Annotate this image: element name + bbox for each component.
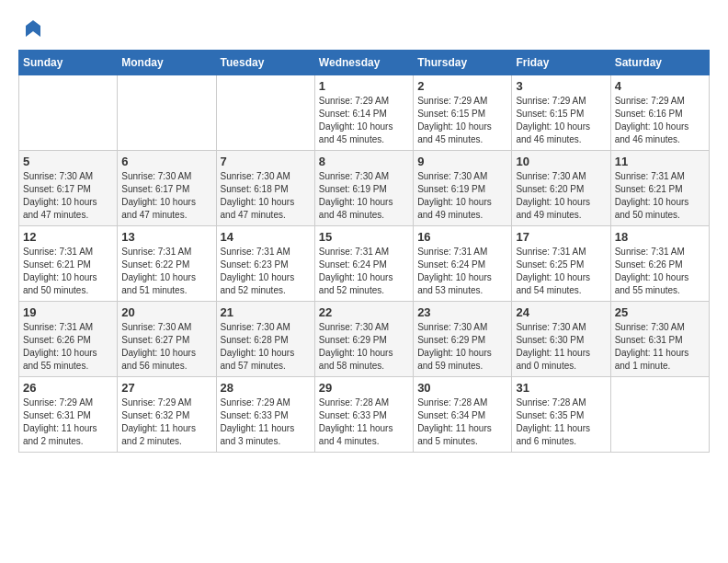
day-info: Sunrise: 7:29 AM Sunset: 6:16 PM Dayligh… xyxy=(615,95,705,146)
day-info: Sunrise: 7:31 AM Sunset: 6:23 PM Dayligh… xyxy=(221,246,311,297)
calendar-cell xyxy=(610,377,709,453)
column-header-tuesday: Tuesday xyxy=(216,51,314,75)
column-header-friday: Friday xyxy=(512,51,610,75)
calendar-week-3: 12Sunrise: 7:31 AM Sunset: 6:21 PM Dayli… xyxy=(19,226,710,302)
day-number: 11 xyxy=(615,155,705,168)
calendar-cell: 1Sunrise: 7:29 AM Sunset: 6:14 PM Daylig… xyxy=(314,75,413,151)
day-number: 3 xyxy=(516,79,606,93)
calendar-cell: 4Sunrise: 7:29 AM Sunset: 6:16 PM Daylig… xyxy=(610,75,709,151)
day-info: Sunrise: 7:29 AM Sunset: 6:14 PM Dayligh… xyxy=(319,95,409,146)
calendar-cell: 10Sunrise: 7:30 AM Sunset: 6:20 PM Dayli… xyxy=(512,151,610,226)
day-number: 27 xyxy=(121,381,211,395)
day-number: 16 xyxy=(417,230,507,244)
day-info: Sunrise: 7:30 AM Sunset: 6:17 PM Dayligh… xyxy=(23,170,113,222)
calendar-cell: 13Sunrise: 7:31 AM Sunset: 6:22 PM Dayli… xyxy=(118,226,216,302)
day-info: Sunrise: 7:28 AM Sunset: 6:35 PM Dayligh… xyxy=(516,396,606,448)
day-number: 20 xyxy=(121,305,211,319)
day-info: Sunrise: 7:31 AM Sunset: 6:21 PM Dayligh… xyxy=(23,246,113,297)
day-number: 4 xyxy=(615,79,705,93)
day-info: Sunrise: 7:28 AM Sunset: 6:34 PM Dayligh… xyxy=(417,396,507,448)
day-info: Sunrise: 7:29 AM Sunset: 6:15 PM Dayligh… xyxy=(417,95,507,146)
day-info: Sunrise: 7:31 AM Sunset: 6:26 PM Dayligh… xyxy=(615,246,705,297)
day-number: 6 xyxy=(121,155,211,168)
day-info: Sunrise: 7:29 AM Sunset: 6:31 PM Dayligh… xyxy=(23,396,113,448)
day-info: Sunrise: 7:30 AM Sunset: 6:19 PM Dayligh… xyxy=(319,170,409,222)
column-header-sunday: Sunday xyxy=(19,51,118,75)
day-info: Sunrise: 7:30 AM Sunset: 6:29 PM Dayligh… xyxy=(319,321,409,373)
calendar-cell: 28Sunrise: 7:29 AM Sunset: 6:33 PM Dayli… xyxy=(216,377,314,453)
day-number: 19 xyxy=(23,305,113,319)
calendar-cell: 31Sunrise: 7:28 AM Sunset: 6:35 PM Dayli… xyxy=(512,377,610,453)
calendar-week-5: 26Sunrise: 7:29 AM Sunset: 6:31 PM Dayli… xyxy=(19,377,710,453)
calendar-cell: 7Sunrise: 7:30 AM Sunset: 6:18 PM Daylig… xyxy=(216,151,314,226)
day-info: Sunrise: 7:31 AM Sunset: 6:26 PM Dayligh… xyxy=(23,321,113,373)
calendar-cell: 17Sunrise: 7:31 AM Sunset: 6:25 PM Dayli… xyxy=(512,226,610,302)
calendar-cell: 9Sunrise: 7:30 AM Sunset: 6:19 PM Daylig… xyxy=(414,151,512,226)
day-number: 15 xyxy=(319,230,409,244)
calendar-week-4: 19Sunrise: 7:31 AM Sunset: 6:26 PM Dayli… xyxy=(19,302,710,377)
calendar-cell xyxy=(19,75,118,151)
day-info: Sunrise: 7:31 AM Sunset: 6:22 PM Dayligh… xyxy=(121,246,211,297)
day-number: 17 xyxy=(516,230,606,244)
calendar-cell xyxy=(216,75,314,151)
logo xyxy=(18,18,44,40)
day-number: 5 xyxy=(23,155,113,168)
day-info: Sunrise: 7:30 AM Sunset: 6:27 PM Dayligh… xyxy=(121,321,211,373)
day-info: Sunrise: 7:30 AM Sunset: 6:18 PM Dayligh… xyxy=(221,170,311,222)
calendar-cell: 30Sunrise: 7:28 AM Sunset: 6:34 PM Dayli… xyxy=(414,377,512,453)
page-header xyxy=(18,18,710,40)
calendar-cell: 21Sunrise: 7:30 AM Sunset: 6:28 PM Dayli… xyxy=(216,302,314,377)
calendar-cell: 14Sunrise: 7:31 AM Sunset: 6:23 PM Dayli… xyxy=(216,226,314,302)
day-info: Sunrise: 7:30 AM Sunset: 6:28 PM Dayligh… xyxy=(221,321,311,373)
logo-icon xyxy=(22,18,44,40)
calendar-cell: 18Sunrise: 7:31 AM Sunset: 6:26 PM Dayli… xyxy=(610,226,709,302)
day-info: Sunrise: 7:30 AM Sunset: 6:17 PM Dayligh… xyxy=(121,170,211,222)
day-info: Sunrise: 7:30 AM Sunset: 6:31 PM Dayligh… xyxy=(615,321,705,373)
day-info: Sunrise: 7:29 AM Sunset: 6:33 PM Dayligh… xyxy=(221,396,311,448)
calendar-cell: 5Sunrise: 7:30 AM Sunset: 6:17 PM Daylig… xyxy=(19,151,118,226)
calendar-cell: 22Sunrise: 7:30 AM Sunset: 6:29 PM Dayli… xyxy=(314,302,413,377)
day-info: Sunrise: 7:31 AM Sunset: 6:24 PM Dayligh… xyxy=(319,246,409,297)
day-number: 21 xyxy=(221,305,311,319)
calendar-cell: 24Sunrise: 7:30 AM Sunset: 6:30 PM Dayli… xyxy=(512,302,610,377)
day-number: 24 xyxy=(516,305,606,319)
day-info: Sunrise: 7:30 AM Sunset: 6:20 PM Dayligh… xyxy=(516,170,606,222)
day-info: Sunrise: 7:31 AM Sunset: 6:24 PM Dayligh… xyxy=(417,246,507,297)
calendar-cell: 20Sunrise: 7:30 AM Sunset: 6:27 PM Dayli… xyxy=(118,302,216,377)
column-header-saturday: Saturday xyxy=(610,51,709,75)
day-number: 25 xyxy=(615,305,705,319)
calendar-week-2: 5Sunrise: 7:30 AM Sunset: 6:17 PM Daylig… xyxy=(19,151,710,226)
calendar-cell: 23Sunrise: 7:30 AM Sunset: 6:29 PM Dayli… xyxy=(414,302,512,377)
day-info: Sunrise: 7:31 AM Sunset: 6:21 PM Dayligh… xyxy=(615,170,705,222)
day-number: 30 xyxy=(417,381,507,395)
day-number: 12 xyxy=(23,230,113,244)
day-number: 28 xyxy=(221,381,311,395)
calendar-cell: 8Sunrise: 7:30 AM Sunset: 6:19 PM Daylig… xyxy=(314,151,413,226)
calendar-cell: 12Sunrise: 7:31 AM Sunset: 6:21 PM Dayli… xyxy=(19,226,118,302)
calendar-cell: 16Sunrise: 7:31 AM Sunset: 6:24 PM Dayli… xyxy=(414,226,512,302)
day-number: 8 xyxy=(319,155,409,168)
day-info: Sunrise: 7:29 AM Sunset: 6:32 PM Dayligh… xyxy=(121,396,211,448)
day-info: Sunrise: 7:30 AM Sunset: 6:30 PM Dayligh… xyxy=(516,321,606,373)
day-info: Sunrise: 7:30 AM Sunset: 6:19 PM Dayligh… xyxy=(417,170,507,222)
column-header-wednesday: Wednesday xyxy=(314,51,413,75)
day-info: Sunrise: 7:31 AM Sunset: 6:25 PM Dayligh… xyxy=(516,246,606,297)
day-number: 26 xyxy=(23,381,113,395)
day-number: 2 xyxy=(417,79,507,93)
day-number: 22 xyxy=(319,305,409,319)
column-header-thursday: Thursday xyxy=(414,51,512,75)
day-number: 29 xyxy=(319,381,409,395)
calendar-header-row: SundayMondayTuesdayWednesdayThursdayFrid… xyxy=(19,51,710,75)
day-info: Sunrise: 7:28 AM Sunset: 6:33 PM Dayligh… xyxy=(319,396,409,448)
day-number: 14 xyxy=(221,230,311,244)
calendar-cell: 15Sunrise: 7:31 AM Sunset: 6:24 PM Dayli… xyxy=(314,226,413,302)
day-number: 23 xyxy=(417,305,507,319)
calendar-table: SundayMondayTuesdayWednesdayThursdayFrid… xyxy=(18,50,710,453)
day-number: 10 xyxy=(516,155,606,168)
day-number: 1 xyxy=(319,79,409,93)
column-header-monday: Monday xyxy=(118,51,216,75)
day-number: 18 xyxy=(615,230,705,244)
day-info: Sunrise: 7:30 AM Sunset: 6:29 PM Dayligh… xyxy=(417,321,507,373)
day-number: 7 xyxy=(221,155,311,168)
calendar-cell: 19Sunrise: 7:31 AM Sunset: 6:26 PM Dayli… xyxy=(19,302,118,377)
